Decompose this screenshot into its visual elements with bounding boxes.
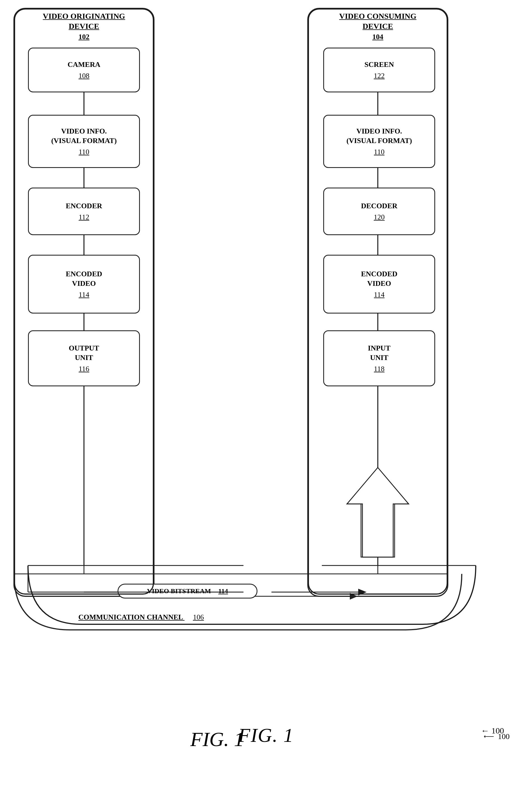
right-videoinfo-box: Video Info.(Visual Format) 110 xyxy=(323,115,435,168)
bitstream-box: Video Bitstream 114 xyxy=(117,584,258,599)
left-camera-box: Camera 108 xyxy=(28,48,140,92)
svg-marker-36 xyxy=(358,589,367,595)
left-encoder-box: Encoder 112 xyxy=(28,188,140,235)
svg-marker-40 xyxy=(484,735,485,738)
left-outputunit-box: OutputUnit 116 xyxy=(28,330,140,386)
svg-marker-17 xyxy=(347,470,408,557)
figure-caption: FIG. 1 xyxy=(0,724,532,746)
diagram-container: Video Originating Device 102 Camera 108 … xyxy=(0,0,532,797)
right-encodedvideo-box: EncodedVideo 114 xyxy=(323,255,435,314)
diagram-ref-number: 100 xyxy=(484,732,510,741)
left-videoinfo-box: Video Info. (Visual Format) 110 xyxy=(28,115,140,168)
right-screen-box: Screen 122 xyxy=(323,48,435,92)
left-encodedvideo-box: EncodedVideo 114 xyxy=(28,255,140,314)
comm-channel-label: Communication Channel 106 xyxy=(78,613,204,622)
left-device-title: Video Originating Device 102 xyxy=(15,11,153,42)
right-device-title: Video Consuming Device 104 xyxy=(309,11,446,42)
svg-marker-31 xyxy=(347,468,408,557)
arrow-ref-icon xyxy=(484,732,495,741)
right-inputunit-box: InputUnit 118 xyxy=(323,330,435,386)
right-decoder-box: Decoder 120 xyxy=(323,188,435,235)
svg-marker-15 xyxy=(350,593,358,600)
